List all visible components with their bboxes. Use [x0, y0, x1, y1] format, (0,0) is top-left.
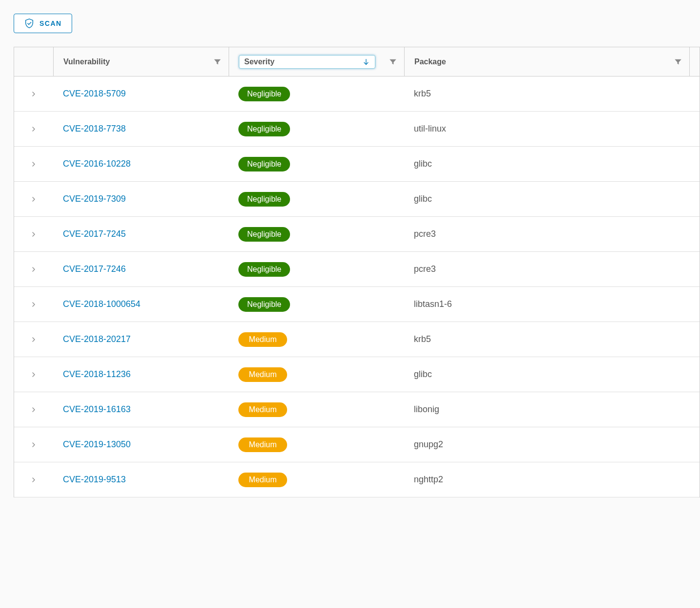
table-row: CVE-2016-10228Negligibleglibc	[14, 147, 700, 182]
package-cell: glibc	[404, 194, 700, 204]
row-expand-cell	[14, 230, 53, 238]
table-row: CVE-2019-16163Mediumlibonig	[14, 392, 700, 427]
sort-descending-icon	[362, 58, 370, 66]
vulnerability-cell: CVE-2019-16163	[53, 404, 229, 415]
filter-icon[interactable]	[213, 57, 222, 66]
cve-link[interactable]: CVE-2017-7246	[63, 264, 126, 274]
chevron-right-icon[interactable]	[30, 195, 38, 203]
column-trailing	[689, 47, 700, 76]
row-expand-cell	[14, 336, 53, 343]
cve-link[interactable]: CVE-2019-16163	[63, 404, 131, 414]
chevron-right-icon[interactable]	[30, 301, 38, 308]
column-vulnerability[interactable]: Vulnerability	[53, 47, 229, 76]
vulnerability-cell: CVE-2018-5709	[53, 89, 229, 99]
package-cell: krb5	[404, 334, 700, 344]
package-cell: libonig	[404, 404, 700, 415]
package-name: libonig	[414, 404, 439, 414]
table-row: CVE-2018-5709Negligiblekrb5	[14, 76, 700, 112]
cve-link[interactable]: CVE-2019-13050	[63, 439, 131, 449]
vulnerability-cell: CVE-2018-7738	[53, 124, 229, 134]
cve-link[interactable]: CVE-2018-1000654	[63, 299, 140, 309]
severity-badge: Negligible	[238, 227, 290, 242]
shield-check-icon	[24, 18, 35, 29]
severity-cell: Medium	[229, 473, 404, 487]
cve-link[interactable]: CVE-2018-7738	[63, 124, 126, 133]
filter-icon[interactable]	[674, 57, 682, 66]
table-row: CVE-2018-1000654Negligiblelibtasn1-6	[14, 287, 700, 322]
severity-cell: Negligible	[229, 262, 404, 277]
package-name: glibc	[414, 159, 432, 169]
cve-link[interactable]: CVE-2018-20217	[63, 334, 131, 344]
table-row: CVE-2018-7738Negligibleutil-linux	[14, 112, 700, 147]
severity-cell: Negligible	[229, 157, 404, 171]
cve-link[interactable]: CVE-2019-9513	[63, 475, 126, 484]
chevron-right-icon[interactable]	[30, 371, 38, 379]
package-cell: pcre3	[404, 264, 700, 274]
table-row: CVE-2018-20217Mediumkrb5	[14, 322, 700, 357]
chevron-right-icon[interactable]	[30, 266, 38, 273]
row-expand-cell	[14, 406, 53, 414]
vulnerability-cell: CVE-2018-20217	[53, 334, 229, 344]
severity-badge: Medium	[238, 332, 287, 347]
table-body: CVE-2018-5709Negligiblekrb5CVE-2018-7738…	[14, 76, 700, 497]
table-row: CVE-2019-7309Negligibleglibc	[14, 182, 700, 217]
chevron-right-icon[interactable]	[30, 406, 38, 414]
vulnerability-cell: CVE-2019-7309	[53, 194, 229, 204]
vulnerability-cell: CVE-2019-9513	[53, 475, 229, 485]
column-severity-label: Severity	[244, 57, 274, 66]
cve-link[interactable]: CVE-2017-7245	[63, 229, 126, 239]
package-cell: nghttp2	[404, 475, 700, 485]
vulnerabilities-table: Vulnerability Severity	[14, 47, 700, 497]
table-row: CVE-2019-13050Mediumgnupg2	[14, 427, 700, 462]
table-row: CVE-2017-7246Negligiblepcre3	[14, 252, 700, 287]
severity-badge: Negligible	[238, 297, 290, 312]
table-row: CVE-2018-11236Mediumglibc	[14, 357, 700, 392]
vulnerability-cell: CVE-2017-7246	[53, 264, 229, 274]
row-expand-cell	[14, 476, 53, 484]
chevron-right-icon[interactable]	[30, 476, 38, 484]
package-name: glibc	[414, 369, 432, 379]
row-expand-cell	[14, 266, 53, 273]
severity-badge: Negligible	[238, 87, 290, 101]
scan-button-label: SCAN	[39, 19, 62, 27]
column-expand	[14, 47, 53, 76]
severity-badge: Negligible	[238, 262, 290, 277]
severity-sort-control[interactable]: Severity	[239, 55, 375, 69]
severity-cell: Medium	[229, 332, 404, 347]
column-severity[interactable]: Severity	[229, 47, 404, 76]
severity-badge: Medium	[238, 437, 287, 452]
row-expand-cell	[14, 125, 53, 133]
vulnerability-cell: CVE-2018-11236	[53, 369, 229, 380]
package-name: krb5	[414, 334, 431, 344]
severity-cell: Negligible	[229, 87, 404, 101]
row-expand-cell	[14, 301, 53, 308]
package-cell: pcre3	[404, 229, 700, 239]
severity-badge: Negligible	[238, 122, 290, 136]
chevron-right-icon[interactable]	[30, 160, 38, 168]
package-name: krb5	[414, 89, 431, 98]
package-cell: krb5	[404, 89, 700, 99]
scan-button[interactable]: SCAN	[14, 14, 72, 33]
severity-cell: Negligible	[229, 297, 404, 312]
severity-cell: Negligible	[229, 227, 404, 242]
table-header: Vulnerability Severity	[14, 47, 700, 76]
cve-link[interactable]: CVE-2016-10228	[63, 159, 131, 169]
chevron-right-icon[interactable]	[30, 230, 38, 238]
package-name: libtasn1-6	[414, 299, 452, 309]
column-package[interactable]: Package	[404, 47, 689, 76]
package-cell: util-linux	[404, 124, 700, 134]
cve-link[interactable]: CVE-2018-11236	[63, 369, 131, 379]
chevron-right-icon[interactable]	[30, 336, 38, 343]
table-row: CVE-2019-9513Mediumnghttp2	[14, 462, 700, 497]
package-name: nghttp2	[414, 475, 443, 484]
cve-link[interactable]: CVE-2018-5709	[63, 89, 126, 98]
severity-badge: Medium	[238, 402, 287, 417]
chevron-right-icon[interactable]	[30, 441, 38, 449]
row-expand-cell	[14, 160, 53, 168]
package-cell: glibc	[404, 159, 700, 169]
cve-link[interactable]: CVE-2019-7309	[63, 194, 126, 204]
chevron-right-icon[interactable]	[30, 90, 38, 98]
filter-icon[interactable]	[389, 57, 397, 66]
vulnerability-cell: CVE-2016-10228	[53, 159, 229, 169]
chevron-right-icon[interactable]	[30, 125, 38, 133]
